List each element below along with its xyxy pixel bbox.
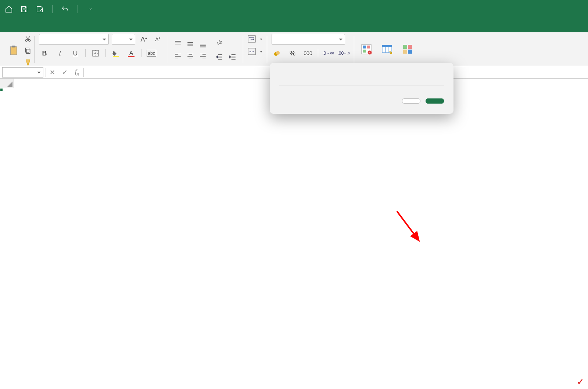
font-size-select[interactable] — [112, 34, 135, 45]
svg-rect-56 — [403, 50, 407, 54]
ribbon-number-group: % 000 .0→.00 .00→.0 — [269, 34, 354, 65]
selection-handle[interactable] — [0, 88, 3, 91]
align-bottom-icon[interactable] — [198, 39, 208, 49]
undo-icon[interactable] — [61, 5, 69, 14]
ribbon-styles-group: ≠ — [356, 34, 417, 65]
save-icon[interactable] — [20, 5, 29, 14]
comma-button[interactable]: 000 — [302, 48, 313, 59]
cancel-button[interactable] — [402, 98, 420, 104]
dialog-title — [270, 63, 453, 69]
svg-rect-55 — [408, 45, 412, 49]
increase-font-icon[interactable]: A▴ — [138, 34, 149, 45]
svg-point-43 — [276, 51, 280, 55]
svg-rect-5 — [25, 48, 29, 53]
ribbon: A▴ A▾ B I U A abc — [0, 32, 588, 66]
svg-rect-57 — [408, 50, 412, 54]
font-family-select[interactable] — [39, 34, 109, 45]
ribbon-tabs — [0, 18, 588, 32]
svg-rect-47 — [363, 50, 366, 53]
watermark: ✓ — [576, 377, 585, 387]
ribbon-clipboard-group — [4, 34, 35, 65]
title-bar — [0, 0, 588, 18]
orientation-button[interactable]: ab — [214, 37, 225, 48]
font-color-button[interactable]: A — [126, 48, 137, 59]
svg-rect-9 — [113, 56, 119, 57]
ribbon-alignment-group: ab — [171, 34, 243, 65]
quick-access-toolbar — [4, 5, 95, 14]
svg-rect-46 — [367, 46, 370, 48]
format-painter-icon[interactable] — [24, 58, 32, 67]
svg-rect-0 — [11, 47, 17, 55]
align-middle-icon[interactable] — [185, 39, 196, 49]
fill-color-button[interactable] — [110, 48, 121, 59]
customize-qat-icon[interactable] — [86, 5, 95, 14]
svg-rect-45 — [363, 46, 366, 48]
format-as-table-button[interactable] — [379, 42, 395, 57]
align-right-icon[interactable] — [198, 50, 208, 60]
ribbon-wrap-group: ▾ ▾ — [245, 34, 267, 65]
cancel-formula-icon[interactable]: ✕ — [46, 67, 58, 78]
spreadsheet-grid — [0, 79, 588, 389]
decrease-font-icon[interactable]: A▾ — [152, 34, 163, 45]
ok-button[interactable] — [426, 98, 444, 104]
cell-styles-button[interactable] — [400, 42, 415, 57]
svg-rect-4 — [26, 49, 30, 54]
svg-text:≠: ≠ — [369, 51, 370, 54]
align-top-icon[interactable] — [173, 39, 183, 49]
borders-button[interactable] — [90, 48, 101, 59]
percent-button[interactable]: % — [287, 48, 298, 59]
merge-center-button[interactable]: ▾ — [248, 48, 262, 55]
italic-button[interactable]: I — [54, 48, 65, 59]
wrap-text-button[interactable]: ▾ — [248, 35, 262, 43]
svg-rect-54 — [403, 45, 407, 49]
svg-rect-1 — [12, 46, 15, 47]
paste-button[interactable] — [6, 43, 21, 57]
cell-reference-input[interactable] — [3, 69, 32, 76]
ribbon-font-group: A▴ A▾ B I U A abc — [37, 34, 168, 65]
home-icon[interactable] — [4, 5, 13, 14]
copy-icon[interactable] — [24, 46, 32, 55]
fx-icon[interactable]: fx — [71, 67, 83, 78]
conditional-format-button[interactable]: ≠ — [359, 42, 374, 57]
edit-icon[interactable] — [35, 5, 44, 14]
svg-text:ab: ab — [216, 39, 223, 46]
number-format-select[interactable] — [272, 34, 345, 45]
bold-button[interactable]: B — [39, 48, 50, 59]
align-left-icon[interactable] — [173, 50, 183, 60]
currency-button[interactable] — [272, 48, 283, 59]
select-all-corner[interactable] — [0, 79, 14, 88]
underline-button[interactable]: U — [70, 48, 81, 59]
decrease-indent-icon[interactable] — [214, 51, 225, 62]
goto-special-dialog — [270, 63, 453, 114]
increase-decimal-icon[interactable]: .0→.00 — [323, 48, 334, 59]
decrease-decimal-icon[interactable]: .00→.0 — [338, 48, 349, 59]
align-center-icon[interactable] — [185, 50, 196, 60]
enter-formula-icon[interactable]: ✓ — [58, 67, 71, 78]
svg-rect-51 — [382, 45, 392, 47]
svg-rect-40 — [248, 36, 255, 42]
increase-indent-icon[interactable] — [227, 51, 238, 62]
phonetic-guide-button[interactable]: abc — [146, 48, 157, 59]
cut-icon[interactable] — [24, 35, 32, 43]
name-box[interactable] — [2, 67, 43, 78]
